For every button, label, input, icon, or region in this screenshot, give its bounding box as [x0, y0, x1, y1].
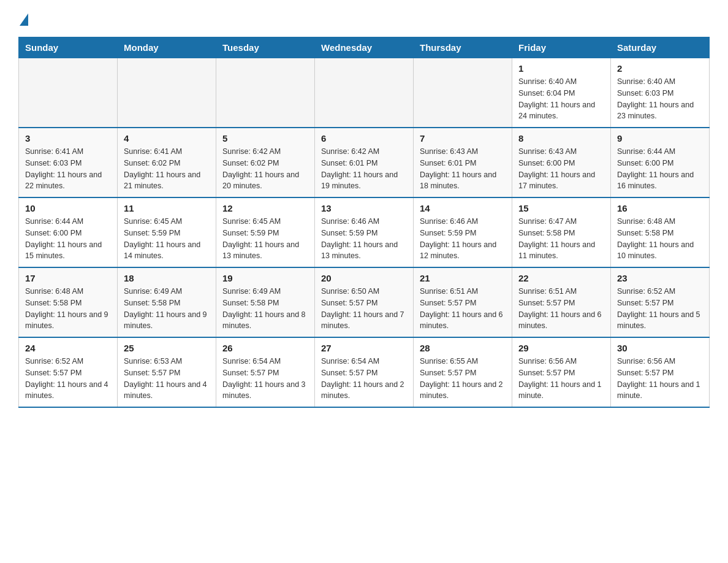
day-info: Sunrise: 6:55 AMSunset: 5:57 PMDaylight:…: [420, 356, 506, 402]
calendar-cell: 5Sunrise: 6:42 AMSunset: 6:02 PMDaylight…: [216, 128, 315, 197]
calendar-cell: 21Sunrise: 6:51 AMSunset: 5:57 PMDayligh…: [414, 267, 512, 337]
day-number: 22: [518, 273, 604, 283]
day-info: Sunrise: 6:45 AMSunset: 5:59 PMDaylight:…: [222, 216, 308, 262]
column-header-tuesday: Tuesday: [216, 37, 315, 58]
calendar-cell: 15Sunrise: 6:47 AMSunset: 5:58 PMDayligh…: [512, 197, 611, 267]
calendar-cell: 14Sunrise: 6:46 AMSunset: 5:59 PMDayligh…: [414, 197, 512, 267]
day-info: Sunrise: 6:56 AMSunset: 5:57 PMDaylight:…: [518, 356, 604, 402]
calendar-cell: 3Sunrise: 6:41 AMSunset: 6:03 PMDaylight…: [19, 128, 118, 197]
calendar-cell: [414, 58, 512, 128]
calendar-cell: 11Sunrise: 6:45 AMSunset: 5:59 PMDayligh…: [118, 197, 216, 267]
day-info: Sunrise: 6:53 AMSunset: 5:57 PMDaylight:…: [124, 356, 210, 402]
logo: [18, 12, 31, 26]
calendar-cell: 18Sunrise: 6:49 AMSunset: 5:58 PMDayligh…: [118, 267, 216, 337]
day-number: 23: [617, 273, 703, 283]
day-info: Sunrise: 6:41 AMSunset: 6:02 PMDaylight:…: [124, 146, 210, 192]
day-number: 4: [124, 133, 210, 144]
day-number: 1: [518, 63, 604, 74]
day-info: Sunrise: 6:48 AMSunset: 5:58 PMDaylight:…: [617, 216, 703, 262]
day-info: Sunrise: 6:48 AMSunset: 5:58 PMDaylight:…: [25, 286, 111, 332]
day-number: 24: [25, 343, 111, 353]
calendar-table: SundayMondayTuesdayWednesdayThursdayFrid…: [18, 37, 710, 408]
day-number: 29: [518, 343, 604, 353]
week-row-4: 17Sunrise: 6:48 AMSunset: 5:58 PMDayligh…: [19, 267, 710, 337]
week-row-5: 24Sunrise: 6:52 AMSunset: 5:57 PMDayligh…: [19, 337, 710, 407]
calendar-cell: [19, 58, 118, 128]
day-info: Sunrise: 6:49 AMSunset: 5:58 PMDaylight:…: [222, 286, 308, 332]
column-header-wednesday: Wednesday: [315, 37, 414, 58]
day-info: Sunrise: 6:44 AMSunset: 6:00 PMDaylight:…: [617, 146, 703, 192]
day-number: 14: [420, 203, 506, 213]
calendar-cell: [118, 58, 216, 128]
day-info: Sunrise: 6:40 AMSunset: 6:04 PMDaylight:…: [518, 76, 604, 122]
calendar-cell: 19Sunrise: 6:49 AMSunset: 5:58 PMDayligh…: [216, 267, 315, 337]
day-info: Sunrise: 6:47 AMSunset: 5:58 PMDaylight:…: [518, 216, 604, 262]
calendar-cell: 27Sunrise: 6:54 AMSunset: 5:57 PMDayligh…: [315, 337, 414, 407]
calendar-cell: 13Sunrise: 6:46 AMSunset: 5:59 PMDayligh…: [315, 197, 414, 267]
calendar-cell: 24Sunrise: 6:52 AMSunset: 5:57 PMDayligh…: [19, 337, 118, 407]
day-info: Sunrise: 6:49 AMSunset: 5:58 PMDaylight:…: [124, 286, 210, 332]
column-header-sunday: Sunday: [19, 37, 118, 58]
day-number: 26: [222, 343, 308, 353]
week-row-2: 3Sunrise: 6:41 AMSunset: 6:03 PMDaylight…: [19, 128, 710, 197]
day-info: Sunrise: 6:44 AMSunset: 6:00 PMDaylight:…: [25, 216, 111, 262]
column-header-saturday: Saturday: [611, 37, 710, 58]
day-number: 25: [124, 343, 210, 353]
calendar-cell: 10Sunrise: 6:44 AMSunset: 6:00 PMDayligh…: [19, 197, 118, 267]
logo-triangle-icon: [20, 13, 28, 26]
column-header-thursday: Thursday: [414, 37, 512, 58]
calendar-cell: 8Sunrise: 6:43 AMSunset: 6:00 PMDaylight…: [512, 128, 611, 197]
day-number: 27: [321, 343, 407, 353]
day-info: Sunrise: 6:41 AMSunset: 6:03 PMDaylight:…: [25, 146, 111, 192]
day-info: Sunrise: 6:42 AMSunset: 6:02 PMDaylight:…: [222, 146, 308, 192]
day-number: 2: [617, 63, 703, 74]
day-info: Sunrise: 6:52 AMSunset: 5:57 PMDaylight:…: [25, 356, 111, 402]
calendar-cell: 7Sunrise: 6:43 AMSunset: 6:01 PMDaylight…: [414, 128, 512, 197]
day-info: Sunrise: 6:51 AMSunset: 5:57 PMDaylight:…: [518, 286, 604, 332]
day-number: 12: [222, 203, 308, 213]
day-info: Sunrise: 6:46 AMSunset: 5:59 PMDaylight:…: [321, 216, 407, 262]
calendar-cell: 29Sunrise: 6:56 AMSunset: 5:57 PMDayligh…: [512, 337, 611, 407]
calendar-cell: 2Sunrise: 6:40 AMSunset: 6:03 PMDaylight…: [611, 58, 710, 128]
day-number: 17: [25, 273, 111, 283]
calendar-cell: 12Sunrise: 6:45 AMSunset: 5:59 PMDayligh…: [216, 197, 315, 267]
day-info: Sunrise: 6:42 AMSunset: 6:01 PMDaylight:…: [321, 146, 407, 192]
day-number: 18: [124, 273, 210, 283]
day-number: 19: [222, 273, 308, 283]
day-info: Sunrise: 6:51 AMSunset: 5:57 PMDaylight:…: [420, 286, 506, 332]
calendar-cell: 23Sunrise: 6:52 AMSunset: 5:57 PMDayligh…: [611, 267, 710, 337]
day-number: 13: [321, 203, 407, 213]
calendar-cell: 28Sunrise: 6:55 AMSunset: 5:57 PMDayligh…: [414, 337, 512, 407]
day-number: 9: [617, 133, 703, 144]
day-number: 28: [420, 343, 506, 353]
day-info: Sunrise: 6:50 AMSunset: 5:57 PMDaylight:…: [321, 286, 407, 332]
calendar-cell: 6Sunrise: 6:42 AMSunset: 6:01 PMDaylight…: [315, 128, 414, 197]
column-header-friday: Friday: [512, 37, 611, 58]
calendar-cell: 25Sunrise: 6:53 AMSunset: 5:57 PMDayligh…: [118, 337, 216, 407]
day-number: 15: [518, 203, 604, 213]
calendar-header-row: SundayMondayTuesdayWednesdayThursdayFrid…: [19, 37, 710, 58]
calendar-cell: [315, 58, 414, 128]
day-info: Sunrise: 6:40 AMSunset: 6:03 PMDaylight:…: [617, 76, 703, 122]
day-number: 7: [420, 133, 506, 144]
day-number: 16: [617, 203, 703, 213]
day-number: 20: [321, 273, 407, 283]
calendar-cell: 22Sunrise: 6:51 AMSunset: 5:57 PMDayligh…: [512, 267, 611, 337]
day-number: 10: [25, 203, 111, 213]
day-info: Sunrise: 6:43 AMSunset: 6:01 PMDaylight:…: [420, 146, 506, 192]
day-number: 5: [222, 133, 308, 144]
calendar-cell: 4Sunrise: 6:41 AMSunset: 6:02 PMDaylight…: [118, 128, 216, 197]
calendar-cell: 20Sunrise: 6:50 AMSunset: 5:57 PMDayligh…: [315, 267, 414, 337]
day-number: 6: [321, 133, 407, 144]
page-header: [18, 12, 710, 26]
calendar-cell: 16Sunrise: 6:48 AMSunset: 5:58 PMDayligh…: [611, 197, 710, 267]
day-number: 8: [518, 133, 604, 144]
day-info: Sunrise: 6:52 AMSunset: 5:57 PMDaylight:…: [617, 286, 703, 332]
day-info: Sunrise: 6:54 AMSunset: 5:57 PMDaylight:…: [222, 356, 308, 402]
day-number: 30: [617, 343, 703, 353]
calendar-cell: [216, 58, 315, 128]
calendar-cell: 17Sunrise: 6:48 AMSunset: 5:58 PMDayligh…: [19, 267, 118, 337]
column-header-monday: Monday: [118, 37, 216, 58]
calendar-cell: 30Sunrise: 6:56 AMSunset: 5:57 PMDayligh…: [611, 337, 710, 407]
day-info: Sunrise: 6:56 AMSunset: 5:57 PMDaylight:…: [617, 356, 703, 402]
